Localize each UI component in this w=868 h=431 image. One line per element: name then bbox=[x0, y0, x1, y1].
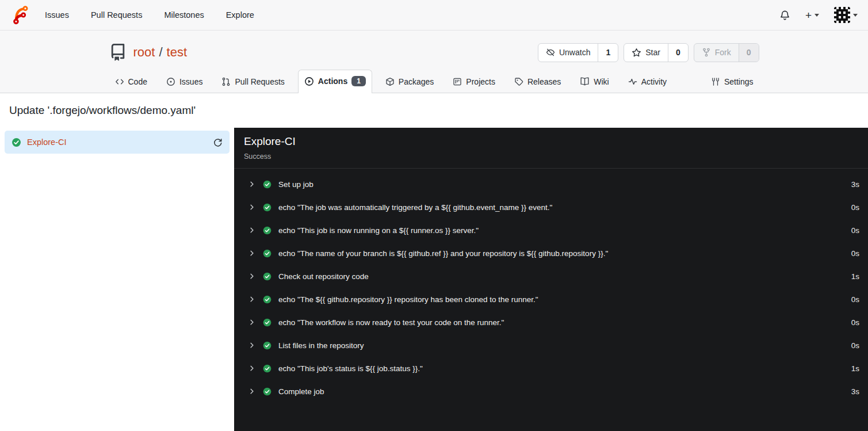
job-success-check-icon bbox=[12, 138, 21, 147]
job-item-explore-ci[interactable]: Explore-CI bbox=[5, 131, 230, 154]
nav-link-milestones[interactable]: Milestones bbox=[164, 10, 204, 20]
step-label: Check out repository code bbox=[278, 272, 369, 281]
star-button[interactable]: Star bbox=[624, 44, 668, 62]
create-new-button[interactable]: + bbox=[805, 10, 819, 21]
refresh-icon[interactable] bbox=[213, 138, 223, 147]
notifications-button[interactable] bbox=[779, 10, 790, 21]
run-title: Update '.forgejo/workflows/demo.yaml' bbox=[9, 104, 196, 117]
step-row[interactable]: echo "This job is now running on a ${{ r… bbox=[234, 219, 868, 242]
step-success-check-icon bbox=[263, 249, 272, 258]
step-duration: 1s bbox=[851, 364, 859, 373]
step-success-check-icon bbox=[263, 272, 272, 281]
git-fork-icon bbox=[702, 48, 711, 57]
tab-packages[interactable]: Packages bbox=[380, 71, 439, 93]
bell-icon bbox=[779, 10, 790, 21]
step-success-check-icon bbox=[263, 341, 272, 350]
forgejo-logo-icon[interactable] bbox=[10, 4, 30, 26]
steps-list: Set up job 3s echo "The job was automati… bbox=[234, 169, 868, 403]
tab-releases[interactable]: Releases bbox=[508, 71, 567, 93]
step-duration: 0s bbox=[851, 341, 859, 350]
step-success-check-icon bbox=[263, 387, 272, 396]
package-icon bbox=[385, 77, 395, 86]
step-row[interactable]: Check out repository code 1s bbox=[234, 265, 868, 288]
tab-settings[interactable]: Settings bbox=[705, 71, 759, 93]
star-icon bbox=[632, 48, 641, 58]
project-board-icon bbox=[453, 77, 462, 86]
step-label: echo "The workflow is now ready to test … bbox=[278, 318, 504, 327]
step-row[interactable]: Set up job 3s bbox=[234, 173, 868, 196]
star-button-group: Star 0 bbox=[624, 43, 688, 62]
play-circle-icon bbox=[304, 77, 314, 86]
repo-breadcrumb: root/test bbox=[133, 45, 188, 60]
panel-job-name: Explore-CI bbox=[244, 135, 858, 148]
stars-count[interactable]: 0 bbox=[668, 44, 688, 62]
repo-name-link[interactable]: test bbox=[167, 45, 187, 59]
chevron-right-icon bbox=[248, 204, 255, 211]
step-row[interactable]: List files in the repository 0s bbox=[234, 334, 868, 357]
actions-count-badge: 1 bbox=[351, 76, 366, 86]
top-navigation-bar: Issues Pull Requests Milestones Explore … bbox=[0, 0, 868, 30]
fork-button[interactable]: Fork bbox=[694, 44, 739, 62]
step-success-check-icon bbox=[263, 226, 272, 235]
watch-button-group: Unwatch 1 bbox=[538, 43, 618, 62]
step-row[interactable]: echo "The ${{ github.repository }} repos… bbox=[234, 288, 868, 311]
step-duration: 0s bbox=[851, 249, 859, 258]
tag-icon bbox=[514, 77, 523, 86]
repo-header: root/test Unwatch 1 bbox=[0, 30, 868, 93]
jobs-sidebar: Explore-CI bbox=[0, 128, 234, 431]
step-duration: 1s bbox=[851, 272, 859, 281]
unwatch-button[interactable]: Unwatch bbox=[538, 44, 598, 62]
tab-issues[interactable]: Issues bbox=[160, 71, 208, 93]
chevron-right-icon bbox=[248, 273, 255, 280]
repo-tabbar: Code Issues Pull Requests bbox=[109, 69, 759, 93]
step-row[interactable]: echo "The name of your branch is ${{ git… bbox=[234, 242, 868, 265]
step-row[interactable]: echo "The workflow is now ready to test … bbox=[234, 311, 868, 334]
settings-tools-icon bbox=[711, 77, 720, 86]
watchers-count[interactable]: 1 bbox=[598, 44, 618, 62]
tab-wiki[interactable]: Wiki bbox=[574, 71, 614, 93]
step-row[interactable]: Complete job 3s bbox=[234, 380, 868, 403]
tab-code[interactable]: Code bbox=[109, 71, 153, 93]
tab-activity[interactable]: Activity bbox=[622, 71, 672, 93]
chevron-right-icon bbox=[248, 250, 255, 257]
chevron-right-icon bbox=[248, 181, 255, 188]
step-row[interactable]: echo "The job was automatically triggere… bbox=[234, 196, 868, 219]
nav-link-explore[interactable]: Explore bbox=[226, 10, 254, 20]
step-success-check-icon bbox=[263, 295, 272, 304]
step-label: echo "The job was automatically triggere… bbox=[278, 203, 552, 212]
step-label: echo "The ${{ github.repository }} repos… bbox=[278, 295, 538, 304]
step-duration: 3s bbox=[851, 387, 859, 396]
user-menu-button[interactable] bbox=[834, 7, 858, 23]
step-success-check-icon bbox=[263, 364, 272, 373]
step-label: echo "This job is now running on a ${{ r… bbox=[278, 226, 479, 235]
job-status-text: Success bbox=[244, 152, 858, 161]
chevron-down-icon bbox=[853, 14, 858, 17]
eye-slash-icon bbox=[546, 48, 555, 57]
step-duration: 3s bbox=[851, 180, 859, 189]
chevron-down-icon bbox=[815, 14, 819, 17]
chevron-right-icon bbox=[248, 227, 255, 234]
step-duration: 0s bbox=[851, 226, 859, 235]
step-label: Complete job bbox=[278, 387, 324, 396]
nav-link-pull-requests[interactable]: Pull Requests bbox=[91, 10, 142, 20]
chevron-right-icon bbox=[248, 319, 255, 326]
nav-link-issues[interactable]: Issues bbox=[45, 10, 69, 20]
breadcrumb-separator: / bbox=[159, 45, 162, 59]
forks-count[interactable]: 0 bbox=[739, 44, 759, 62]
pulse-icon bbox=[628, 77, 637, 86]
user-avatar bbox=[834, 7, 850, 23]
git-pull-request-icon bbox=[221, 77, 231, 86]
step-label: List files in the repository bbox=[278, 341, 364, 350]
repo-owner-link[interactable]: root bbox=[133, 45, 155, 59]
chevron-right-icon bbox=[248, 296, 255, 303]
tab-projects[interactable]: Projects bbox=[447, 71, 501, 93]
step-duration: 0s bbox=[851, 318, 859, 327]
tab-pull-requests[interactable]: Pull Requests bbox=[216, 71, 290, 93]
tab-actions[interactable]: Actions 1 bbox=[298, 70, 372, 93]
step-row[interactable]: echo "This job's status is ${{ job.statu… bbox=[234, 357, 868, 380]
issue-opened-icon bbox=[166, 77, 175, 86]
step-duration: 0s bbox=[851, 203, 859, 212]
chevron-right-icon bbox=[248, 342, 255, 349]
book-open-icon bbox=[580, 77, 590, 86]
repo-book-icon bbox=[109, 44, 127, 61]
